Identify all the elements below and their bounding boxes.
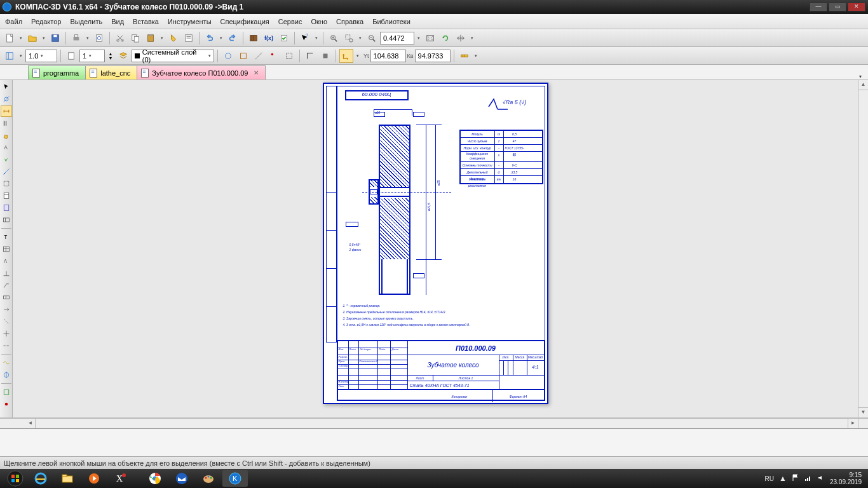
- tab-lathe-cnc[interactable]: lathe_cnc: [85, 65, 137, 79]
- menu-libraries[interactable]: Библиотеки: [372, 18, 410, 25]
- measure-2d-icon[interactable]: [1, 166, 12, 177]
- task-ie[interactable]: [28, 470, 53, 487]
- new-dropdown[interactable]: ▾: [18, 31, 24, 45]
- open-dropdown[interactable]: ▾: [41, 31, 47, 45]
- symbols-tool-icon[interactable]: [1, 118, 12, 129]
- report-tool-icon[interactable]: [1, 202, 12, 214]
- zoom-fit-icon[interactable]: [423, 31, 437, 45]
- horizontal-scrollbar[interactable]: ◄ ►: [0, 418, 868, 428]
- tray-flag-icon[interactable]: [792, 474, 799, 483]
- paste-icon[interactable]: [144, 31, 158, 45]
- print-preview-icon[interactable]: [92, 31, 106, 45]
- tool-b-icon[interactable]: [236, 49, 250, 63]
- coord-x-input[interactable]: [370, 50, 406, 62]
- help-cursor-icon[interactable]: ?: [298, 31, 312, 45]
- zoom-out-icon[interactable]: [365, 31, 379, 45]
- macro-tool-icon[interactable]: [1, 386, 12, 398]
- counter-combo[interactable]: 1▾: [79, 50, 105, 62]
- maximize-button[interactable]: ▭: [829, 3, 846, 11]
- stepper-up-icon[interactable]: ▲▼: [106, 49, 115, 63]
- copy-icon[interactable]: [128, 31, 142, 45]
- center-mark-icon[interactable]: [1, 328, 12, 339]
- local-cs-icon[interactable]: [339, 49, 353, 63]
- task-kompas[interactable]: K: [222, 470, 248, 487]
- zoom-dropdown[interactable]: ▾: [357, 31, 363, 45]
- open-file-icon[interactable]: [25, 31, 39, 45]
- minimize-button[interactable]: —: [810, 3, 827, 11]
- properties-icon[interactable]: [182, 31, 196, 45]
- task-app-x[interactable]: X: [108, 470, 133, 487]
- tray-network-icon[interactable]: [804, 474, 812, 483]
- close-tab-icon[interactable]: ✕: [254, 69, 259, 76]
- vertical-scrollbar[interactable]: ▲ ▼: [858, 80, 868, 417]
- menu-tools[interactable]: Инструменты: [168, 18, 212, 25]
- redo-icon[interactable]: [226, 31, 240, 45]
- menu-file[interactable]: Файл: [5, 18, 22, 25]
- format-painter-icon[interactable]: [166, 31, 180, 45]
- grid-snap-icon[interactable]: [3, 49, 17, 63]
- tool-c-icon[interactable]: [252, 49, 266, 63]
- section-line-icon[interactable]: [1, 316, 12, 327]
- new-file-icon[interactable]: [3, 31, 17, 45]
- grid-dropdown[interactable]: ▾: [18, 49, 24, 63]
- roughness-tool-icon[interactable]: [1, 255, 12, 267]
- text-t-tool-icon[interactable]: T: [1, 231, 12, 243]
- zoom-window-icon[interactable]: [342, 31, 356, 45]
- spec-tool-icon[interactable]: [1, 190, 12, 201]
- tray-clock[interactable]: 9:15 23.09.2019: [830, 471, 862, 485]
- tray-lang[interactable]: RU: [765, 475, 774, 482]
- cursor-tool-icon[interactable]: [1, 81, 12, 93]
- edit-tool-icon[interactable]: [1, 130, 12, 141]
- arrow-tool-icon[interactable]: [1, 304, 12, 315]
- ortho-icon[interactable]: [303, 49, 317, 63]
- zoom-in-icon[interactable]: [327, 31, 341, 45]
- tray-volume-icon[interactable]: [817, 474, 825, 483]
- bind-icon[interactable]: [318, 49, 332, 63]
- axis-tool-icon[interactable]: [1, 340, 12, 351]
- drawing-canvas[interactable]: 60.000 040Ц √Ra 5 (√) Модульm0,5 Число з…: [13, 80, 858, 417]
- tolerance-tool-icon[interactable]: [1, 292, 12, 303]
- paste-dropdown[interactable]: ▾: [159, 31, 165, 45]
- menu-select[interactable]: Выделить: [70, 18, 102, 25]
- wave-line-icon[interactable]: [1, 357, 12, 369]
- pan-dropdown[interactable]: ▾: [469, 31, 475, 45]
- leader-tool-icon[interactable]: [1, 280, 12, 291]
- page-setup-icon[interactable]: [64, 49, 78, 63]
- variables-icon[interactable]: f(x): [262, 31, 276, 45]
- task-paint[interactable]: [196, 470, 221, 487]
- library-manager-icon[interactable]: [247, 31, 261, 45]
- task-thunderbird[interactable]: [169, 470, 194, 487]
- coord-y-input[interactable]: [415, 50, 451, 62]
- dimensions-tool-icon[interactable]: [1, 105, 12, 117]
- tool-e-icon[interactable]: [282, 49, 296, 63]
- print-icon[interactable]: [69, 31, 83, 45]
- build-tool-icon[interactable]: [1, 398, 12, 410]
- select-tool-icon[interactable]: [1, 178, 12, 189]
- print-dropdown[interactable]: ▾: [85, 31, 91, 45]
- tabs-menu-icon[interactable]: ▾: [859, 74, 862, 79]
- help-dropdown[interactable]: ▾: [313, 31, 320, 45]
- task-wmp[interactable]: [81, 470, 107, 487]
- task-explorer[interactable]: [55, 470, 80, 487]
- menu-spec[interactable]: Спецификация: [220, 18, 269, 25]
- tool-d-icon[interactable]: [267, 49, 281, 63]
- parametrize-tool-icon[interactable]: ѵ: [1, 154, 12, 165]
- start-button[interactable]: [3, 470, 28, 487]
- measurement-icon[interactable]: [458, 49, 471, 63]
- measurement-dropdown[interactable]: ▾: [473, 49, 479, 63]
- close-button[interactable]: ✕: [848, 3, 865, 11]
- base-line-tool-icon[interactable]: [1, 268, 12, 279]
- cut-icon[interactable]: [113, 31, 127, 45]
- menu-service[interactable]: Сервис: [278, 18, 302, 25]
- local-cs-dropdown[interactable]: ▾: [355, 49, 361, 63]
- layer-icon[interactable]: [116, 49, 130, 63]
- zoom-value-dropdown[interactable]: ▾: [416, 31, 422, 45]
- menu-help[interactable]: Справка: [336, 18, 363, 25]
- menu-view[interactable]: Вид: [111, 18, 124, 25]
- menu-insert[interactable]: Вставка: [133, 18, 159, 25]
- task-chrome[interactable]: [142, 470, 168, 487]
- refresh-icon[interactable]: [438, 31, 452, 45]
- autoaxis-icon[interactable]: [1, 369, 12, 381]
- undo-icon[interactable]: [203, 31, 217, 45]
- insert-view-icon[interactable]: [1, 214, 12, 226]
